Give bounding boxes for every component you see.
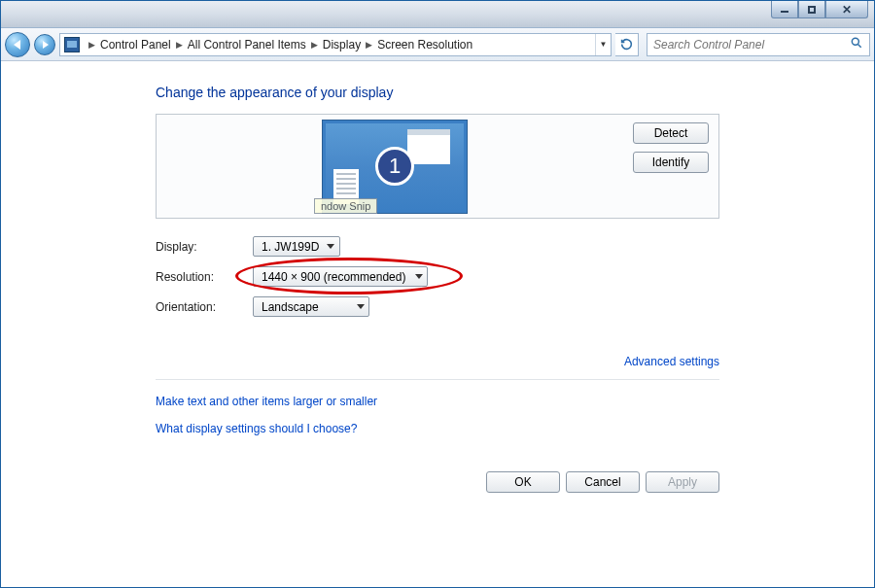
svg-point-0 [852,38,858,45]
display-label: Display: [156,240,253,254]
settings-form: Display: 1. JW199D Resolution: 1440 × 90… [156,236,719,317]
breadcrumb-history-dropdown[interactable]: ▼ [595,34,611,55]
svg-line-1 [858,44,860,47]
advanced-settings-link[interactable]: Advanced settings [624,355,719,368]
arrow-right-icon [43,41,49,49]
chevron-down-icon [327,244,334,249]
orientation-dropdown[interactable]: Landscape [253,296,369,317]
chevron-right-icon: ▶ [84,40,100,50]
navigation-bar: ▶ Control Panel ▶ All Control Panel Item… [1,28,874,61]
refresh-icon [620,38,633,51]
breadcrumb-item[interactable]: Screen Resolution [377,38,472,52]
snip-tooltip: ndow Snip [314,198,377,214]
apply-button[interactable]: Apply [646,471,719,493]
page-title: Change the appearance of your display [156,85,719,100]
refresh-button[interactable] [615,33,639,56]
text-size-link[interactable]: Make text and other items larger or smal… [156,395,377,408]
maximize-button[interactable] [798,1,825,18]
monitor-thumbnail[interactable]: 1 ndow Snip [323,121,467,213]
ok-button[interactable]: OK [486,471,560,493]
detect-button[interactable]: Detect [633,122,709,144]
help-link[interactable]: What display settings should I choose? [156,422,357,435]
search-icon[interactable] [850,36,863,52]
monitor-window-decor [407,129,450,164]
resolution-dropdown[interactable]: 1440 × 900 (recommended) [253,266,428,287]
content-area: Change the appearance of your display 1 … [1,61,874,587]
chevron-right-icon: ▶ [361,40,377,50]
display-value: 1. JW199D [262,240,319,254]
control-panel-icon [64,37,80,52]
breadcrumb-item[interactable]: All Control Panel Items [188,38,306,52]
nav-back-button[interactable] [5,32,30,57]
arrow-left-icon [14,40,20,50]
display-preview-box: 1 ndow Snip Detect Identify [156,114,719,219]
identify-button[interactable]: Identify [633,152,709,173]
resolution-label: Resolution: [156,270,253,284]
breadcrumb-item[interactable]: Control Panel [100,38,171,52]
orientation-label: Orientation: [156,300,253,314]
chevron-right-icon: ▶ [171,40,188,50]
breadcrumb-item[interactable]: Display [323,38,361,52]
minimize-button[interactable] [771,1,798,18]
nav-forward-button[interactable] [34,34,55,55]
search-box[interactable] [647,33,870,56]
display-dropdown[interactable]: 1. JW199D [253,236,340,257]
chevron-down-icon [415,274,423,279]
monitor-number-badge: 1 [375,147,414,186]
breadcrumb-bar[interactable]: ▶ Control Panel ▶ All Control Panel Item… [59,33,612,56]
cancel-button[interactable]: Cancel [566,471,640,493]
resolution-value: 1440 × 900 (recommended) [262,270,405,284]
orientation-value: Landscape [262,300,319,314]
close-button[interactable]: ✕ [825,1,868,18]
chevron-down-icon [357,304,365,309]
search-input[interactable] [653,38,850,52]
chevron-right-icon: ▶ [306,40,323,50]
window-titlebar: ✕ [1,1,874,28]
